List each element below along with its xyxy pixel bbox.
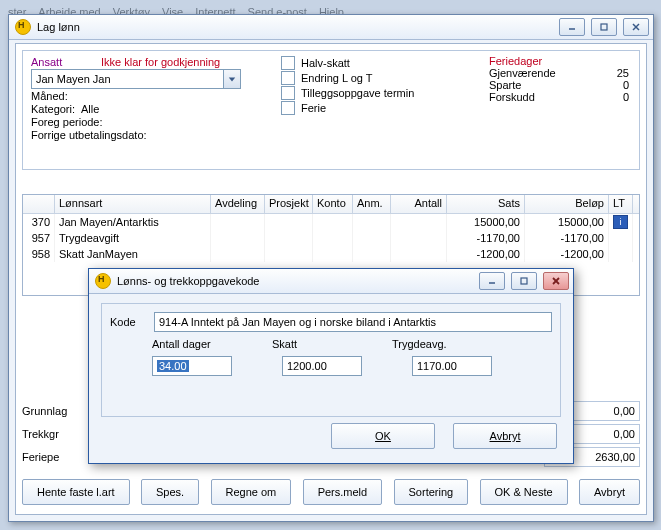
dialog-title: Lønns- og trekkoppgavekode xyxy=(117,275,479,287)
svg-marker-4 xyxy=(229,77,235,81)
chevron-down-icon[interactable] xyxy=(223,70,240,88)
ansatt-label: Ansatt xyxy=(31,56,95,68)
button-bar: Hente faste l.art Spes. Regne om Pers.me… xyxy=(22,476,640,508)
table-row[interactable]: 957 Trygdeavgift -1170,00 -1170,00 xyxy=(23,230,639,246)
spes-button[interactable]: Spes. xyxy=(141,479,199,505)
col-header[interactable]: Beløp xyxy=(525,195,609,213)
table-row[interactable]: 370 Jan Mayen/Antarktis 15000,00 15000,0… xyxy=(23,214,639,230)
col-header[interactable]: LT xyxy=(609,195,633,213)
skatt-input[interactable]: 1200.00 xyxy=(282,356,362,376)
kategori-value: Alle xyxy=(81,103,99,115)
col-header[interactable]: Avdeling xyxy=(211,195,265,213)
col-header[interactable]: Sats xyxy=(447,195,525,213)
total-label: Grunnlag xyxy=(22,405,67,417)
pers-meld-button[interactable]: Pers.meld xyxy=(303,479,383,505)
approval-status: Ikke klar for godkjenning xyxy=(101,56,220,68)
employee-frame: Ansatt Ikke klar for godkjenning Jan May… xyxy=(22,50,640,170)
hente-faste-button[interactable]: Hente faste l.art xyxy=(22,479,130,505)
close-button[interactable] xyxy=(623,18,649,36)
dialog-titlebar[interactable]: Lønns- og trekkoppgavekode xyxy=(89,269,573,294)
feriedager-header: Feriedager xyxy=(489,55,629,67)
maned-label: Måned: xyxy=(31,90,68,102)
close-button[interactable] xyxy=(543,272,569,290)
titlebar[interactable]: Lag lønn xyxy=(9,15,653,40)
checkbox-icon[interactable] xyxy=(281,86,295,100)
regne-om-button[interactable]: Regne om xyxy=(211,479,292,505)
col-header[interactable]: Antall xyxy=(391,195,447,213)
employee-combo[interactable]: Jan Mayen Jan xyxy=(31,69,241,89)
employee-combo-value: Jan Mayen Jan xyxy=(36,73,111,85)
kode-input[interactable]: 914-A Inntekt på Jan Mayen og i norske b… xyxy=(154,312,552,332)
checkbox-icon[interactable] xyxy=(281,101,295,115)
col-header[interactable]: Konto xyxy=(313,195,353,213)
sortering-button[interactable]: Sortering xyxy=(394,479,469,505)
avbryt-button[interactable]: Avbryt xyxy=(579,479,640,505)
app-icon xyxy=(95,273,111,289)
feriedager-panel: Feriedager Gjenværende25 Sparte0 Forskud… xyxy=(489,55,629,103)
trygd-input[interactable]: 1170.00 xyxy=(412,356,492,376)
antall-label: Antall dager xyxy=(152,338,222,350)
svg-rect-1 xyxy=(601,24,607,30)
window-title: Lag lønn xyxy=(37,21,559,33)
maximize-button[interactable] xyxy=(591,18,617,36)
options-checks: Halv-skatt Endring L og T Tilleggsoppgav… xyxy=(281,55,414,116)
col-header[interactable] xyxy=(23,195,55,213)
lt-info-icon[interactable]: i xyxy=(613,215,628,229)
skatt-label: Skatt xyxy=(272,338,342,350)
kategori-label: Kategori: xyxy=(31,103,75,115)
halvskatt-check[interactable]: Halv-skatt xyxy=(281,56,414,70)
checkbox-icon[interactable] xyxy=(281,56,295,70)
forrige-utbetaling-label: Forrige utbetalingsdato: xyxy=(31,129,147,141)
minimize-button[interactable] xyxy=(479,272,505,290)
antall-input[interactable]: 34.00 xyxy=(152,356,232,376)
minimize-button[interactable] xyxy=(559,18,585,36)
avbryt-button[interactable]: Avbryt xyxy=(453,423,557,449)
trygd-label: Trygdeavg. xyxy=(392,338,462,350)
table-row[interactable]: 958 Skatt JanMayen -1200,00 -1200,00 xyxy=(23,246,639,262)
tillegg-check[interactable]: Tilleggsoppgave termin xyxy=(281,86,414,100)
ok-button[interactable]: OK xyxy=(331,423,435,449)
total-label: Trekkgr xyxy=(22,428,59,440)
dialog-lt-kode: Lønns- og trekkoppgavekode Kode 914-A In… xyxy=(88,268,574,464)
kode-groupbox: Kode 914-A Inntekt på Jan Mayen og i nor… xyxy=(101,303,561,417)
total-label: Feriepe xyxy=(22,451,59,463)
ok-neste-button[interactable]: OK & Neste xyxy=(480,479,568,505)
app-icon xyxy=(15,19,31,35)
col-header[interactable]: Prosjekt xyxy=(265,195,313,213)
endring-check[interactable]: Endring L og T xyxy=(281,71,414,85)
svg-rect-6 xyxy=(521,278,527,284)
foreg-periode-label: Foreg periode: xyxy=(31,116,103,128)
col-header[interactable]: Anm. xyxy=(353,195,391,213)
kode-label: Kode xyxy=(110,316,146,328)
maximize-button[interactable] xyxy=(511,272,537,290)
col-header[interactable]: Lønnsart xyxy=(55,195,211,213)
ferie-check[interactable]: Ferie xyxy=(281,101,414,115)
checkbox-icon[interactable] xyxy=(281,71,295,85)
